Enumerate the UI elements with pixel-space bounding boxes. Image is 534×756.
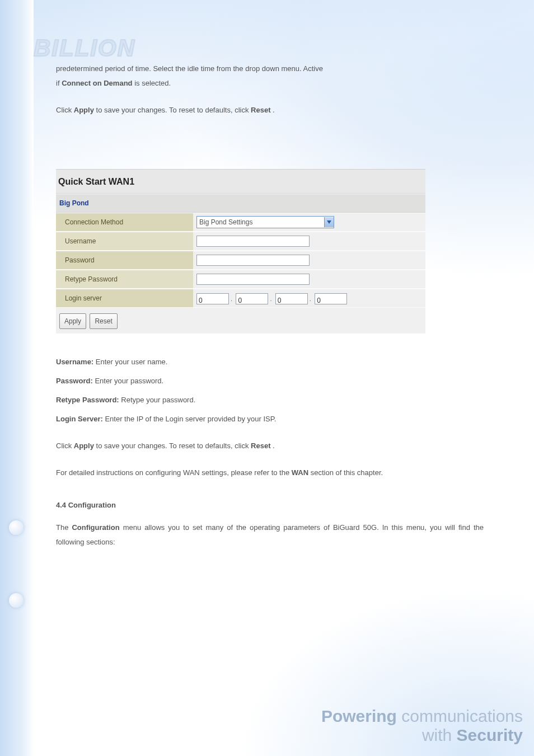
definition-term: Retype Password: — [56, 396, 119, 404]
form-label: Connection Method — [56, 213, 193, 231]
reset-button[interactable]: Reset — [90, 313, 117, 329]
body-text: if — [56, 79, 62, 87]
definition-term: Login Server: — [56, 415, 103, 423]
body-text-emphasis: WAN — [292, 468, 308, 477]
form-row-password: Password — [56, 251, 425, 270]
login-server-octet-1[interactable]: 0 — [196, 293, 229, 304]
body-text-emphasis: Reset — [251, 106, 270, 114]
rail-decoration-dot — [9, 520, 24, 535]
ip-separator: . — [268, 293, 273, 305]
body-text: . — [273, 106, 275, 114]
footer-word-communications: communications — [397, 707, 523, 725]
body-text: predetermined period of time. Select the… — [56, 64, 323, 73]
footer-word-security: Security — [457, 726, 523, 744]
body-text: . — [273, 442, 275, 450]
body-text: to save your changes. To reset to defaul… — [96, 106, 251, 114]
definition-text: Enter your password. — [95, 377, 163, 385]
definition-term: Username: — [56, 358, 93, 366]
form-row-username: Username — [56, 232, 425, 251]
body-text: to save your changes. To reset to defaul… — [96, 442, 251, 450]
retype-password-input[interactable] — [196, 274, 310, 285]
body-text-emphasis: Connect on Demand — [62, 79, 132, 87]
body-text: Click — [56, 106, 74, 114]
body-text: For detailed instructions on configuring… — [56, 468, 292, 477]
paragraph: Click Apply to save your changes. To res… — [56, 439, 484, 453]
definition-line: Login Server: Enter the IP of the Login … — [56, 412, 484, 426]
definition-line: Retype Password: Retype your password. — [56, 393, 484, 407]
body-text: Click — [56, 442, 74, 450]
form-row-login-server: Login server 0. 0. 0. 0 — [56, 289, 425, 308]
connection-method-select[interactable]: Big Pond Settings — [196, 216, 334, 228]
brand-logo-text: BILLION — [34, 35, 135, 61]
body-text: menu allows you to set many of the opera… — [56, 523, 484, 546]
select-value: Big Pond Settings — [199, 215, 252, 229]
username-input[interactable] — [196, 236, 310, 247]
panel-subtitle: Big Pond — [56, 194, 425, 213]
password-input[interactable] — [196, 255, 310, 266]
panel-title: Quick Start WAN1 — [56, 170, 425, 194]
settings-panel: Quick Start WAN1 Big Pond Connection Met… — [56, 169, 425, 334]
svg-marker-0 — [327, 220, 331, 224]
paragraph: For detailed instructions on configuring… — [56, 466, 484, 480]
definition-text: Enter the IP of the Login server provide… — [105, 415, 276, 423]
ip-separator: . — [308, 293, 313, 305]
chevron-down-icon — [324, 217, 334, 227]
ip-separator: . — [229, 293, 234, 305]
footer-tagline: Powering communications with Security — [321, 707, 523, 745]
footer-word-with: with — [422, 726, 457, 744]
definition-text: Enter your user name. — [96, 358, 168, 366]
form-row-connection-method: Connection Method Big Pond Settings — [56, 213, 425, 232]
section-heading: 4.4 Configuration — [56, 498, 484, 513]
rail-decoration-dot — [9, 593, 24, 608]
form-label: Login server — [56, 289, 193, 307]
definition-text: Retype your password. — [121, 396, 195, 404]
login-server-octet-4[interactable]: 0 — [315, 293, 347, 304]
body-text: The — [56, 523, 72, 532]
body-text-emphasis: Configuration — [72, 523, 119, 532]
body-text-emphasis: Reset — [251, 442, 270, 450]
body-text: section of this chapter. — [311, 468, 383, 477]
definition-line: Password: Enter your password. — [56, 374, 484, 388]
brand-logo: BILLION — [34, 35, 135, 62]
form-label: Password — [56, 251, 193, 269]
apply-button[interactable]: Apply — [59, 313, 86, 329]
panel-button-row: Apply Reset — [56, 308, 425, 334]
login-server-octet-2[interactable]: 0 — [236, 293, 268, 304]
form-row-retype-password: Retype Password — [56, 270, 425, 289]
body-text: is selected. — [134, 79, 171, 87]
paragraph: Click Apply to save your changes. To res… — [56, 103, 484, 118]
paragraph: predetermined period of time. Select the… — [56, 62, 484, 91]
definition-term: Password: — [56, 377, 93, 385]
paragraph: The Configuration menu allows you to set… — [56, 520, 484, 550]
footer-word-powering: Powering — [321, 707, 397, 725]
form-label: Username — [56, 232, 193, 250]
body-text-emphasis: Apply — [74, 442, 94, 450]
definition-line: Username: Enter your user name. — [56, 355, 484, 369]
body-text-emphasis: Apply — [74, 106, 94, 114]
form-label: Retype Password — [56, 270, 193, 288]
login-server-octet-3[interactable]: 0 — [275, 293, 308, 304]
